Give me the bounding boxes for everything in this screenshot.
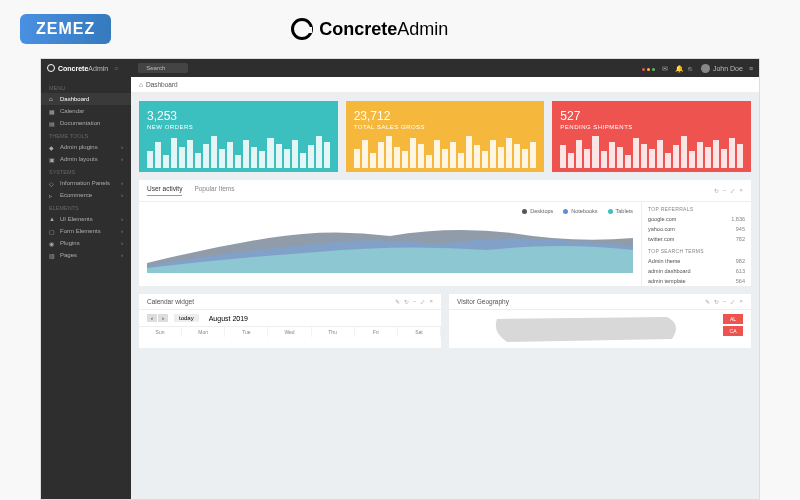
plugin-icon: ◉ [49,240,55,246]
concrete-c-icon [291,18,313,40]
logo-c-icon [47,64,55,72]
sidebar-item-calendar[interactable]: ▦Calendar [41,105,131,117]
sidebar: MENU ⌂Dashboard ▦Calendar ▤Documentation… [41,77,131,499]
search-input[interactable]: Search [138,63,188,73]
minimize-icon[interactable]: − [723,298,727,305]
settings-icon[interactable]: ≡ [749,65,753,72]
close-icon[interactable]: × [739,187,743,194]
stats-row: 3,253 NEW ORDERS 23,712 TOTAL SALES GROS… [139,101,751,172]
list-item[interactable]: Admin theme982 [642,256,751,266]
refresh-icon[interactable]: ↻ [714,187,719,194]
tab-popular-items[interactable]: Popular Items [194,185,234,196]
stat-value: 23,712 [354,109,537,123]
refresh-icon[interactable]: ↻ [714,298,719,305]
stat-label: NEW ORDERS [147,124,330,130]
edit-icon[interactable]: ✎ [395,298,400,305]
sidebar-section: SYSTEMS [41,165,131,177]
state-badge[interactable]: AL [723,314,743,324]
calendar-panel: Calendar widget ✎↻−⤢× ‹› today August 20… [139,294,441,348]
sidebar-item-pages[interactable]: ▥Pages› [41,249,131,261]
stat-new-orders[interactable]: 3,253 NEW ORDERS [139,101,338,172]
inbox-icon[interactable]: ✉ [662,65,669,72]
list-item[interactable]: google.com1,836 [642,214,751,224]
app-window: ConcreteAdmin ≡ Search ✉ 🔔 ⎋ John Doe ≡ … [40,58,760,500]
calendar-icon: ▦ [49,108,55,114]
calendar-grid: SunMonTueWedThuFriSat [139,326,441,337]
window-dots [641,65,656,72]
sidebar-section: THEME TOOLS [41,129,131,141]
chevron-right-icon: › [121,144,123,150]
stat-pending-shipments[interactable]: 527 PENDING SHIPMENTS [552,101,751,172]
chevron-right-icon: › [121,180,123,186]
chevron-right-icon: › [121,156,123,162]
home-icon[interactable]: ⌂ [139,81,143,88]
stat-total-sales[interactable]: 23,712 TOTAL SALES GROSS [346,101,545,172]
home-icon: ⌂ [49,96,55,102]
sidebar-item-admin-plugins[interactable]: ◆Admin plugins› [41,141,131,153]
expand-icon[interactable]: ⤢ [420,298,425,305]
pages-icon: ▥ [49,252,55,258]
form-icon: ▢ [49,228,55,234]
geography-title: Visitor Geography [457,298,509,305]
breadcrumb: ⌂Dashboard [131,77,759,93]
expand-icon[interactable]: ⤢ [730,298,735,305]
user-menu[interactable]: John Doe [701,64,743,73]
geography-panel: Visitor Geography ✎↻−⤢× AL CA [449,294,751,348]
close-icon[interactable]: × [739,298,743,305]
avatar [701,64,710,73]
stat-label: PENDING SHIPMENTS [560,124,743,130]
activity-chart: Desktops Notebooks Tablets [139,202,641,286]
edit-icon[interactable]: ✎ [705,298,710,305]
sidebar-item-dashboard[interactable]: ⌂Dashboard [41,93,131,105]
today-button[interactable]: today [174,314,199,322]
chevron-right-icon: › [121,192,123,198]
chevron-right-icon: › [121,228,123,234]
tab-user-activity[interactable]: User activity [147,185,182,196]
sidebar-item-admin-layouts[interactable]: ▣Admin layouts› [41,153,131,165]
stat-sparkline [560,136,743,168]
referrals-title: TOP REFERRALS [642,202,751,214]
next-icon[interactable]: › [158,314,168,322]
stat-value: 527 [560,109,743,123]
bell-icon[interactable]: 🔔 [675,65,682,72]
panel-tools: ✎↻−⤢× [395,298,433,305]
list-item[interactable]: yahoo.com945 [642,224,751,234]
sidebar-item-plugins[interactable]: ◉Plugins› [41,237,131,249]
calendar-month: August 2019 [209,315,248,322]
plug-icon: ◆ [49,144,55,150]
zemez-logo: ZEMEZ [20,14,111,44]
sidebar-item-ecommerce[interactable]: ▹Ecommerce› [41,189,131,201]
minimize-icon[interactable]: − [413,298,417,305]
panel-tools: ✎↻−⤢× [705,298,743,305]
sidebar-item-form-elements[interactable]: ▢Form Elements› [41,225,131,237]
close-icon[interactable]: × [429,298,433,305]
sidebar-item-ui-elements[interactable]: ▲UI Elements› [41,213,131,225]
concrete-brand: ConcreteAdmin [291,18,448,40]
search-terms-title: TOP SEARCH TERMS [642,244,751,256]
sidebar-item-documentation[interactable]: ▤Documentation [41,117,131,129]
chevron-right-icon: › [121,240,123,246]
stat-label: TOTAL SALES GROSS [354,124,537,130]
prev-icon[interactable]: ‹ [147,314,157,322]
main-content: ⌂Dashboard 3,253 NEW ORDERS 23,712 TOTAL… [131,77,759,499]
user-name: John Doe [713,65,743,72]
panel-tools: ↻ − ⤢ × [714,187,743,194]
calendar-nav: ‹› [147,314,168,322]
sidebar-item-info-panels[interactable]: ◇Information Panels› [41,177,131,189]
list-item[interactable]: admin dashboard613 [642,266,751,276]
logout-icon[interactable]: ⎋ [688,65,695,72]
list-item[interactable]: twitter.com782 [642,234,751,244]
layout-icon: ▣ [49,156,55,162]
menu-toggle-icon[interactable]: ≡ [114,65,118,72]
stat-value: 3,253 [147,109,330,123]
area-chart [147,218,633,273]
activity-panel: User activity Popular Items ↻ − ⤢ × [139,180,751,286]
refresh-icon[interactable]: ↻ [404,298,409,305]
state-badge[interactable]: CA [723,326,743,336]
expand-icon[interactable]: ⤢ [730,187,735,194]
topbar: ConcreteAdmin ≡ Search ✉ 🔔 ⎋ John Doe ≡ [41,59,759,77]
usa-map[interactable] [457,314,717,344]
list-item[interactable]: admin template564 [642,276,751,286]
chevron-right-icon: › [121,252,123,258]
minimize-icon[interactable]: − [723,187,727,194]
